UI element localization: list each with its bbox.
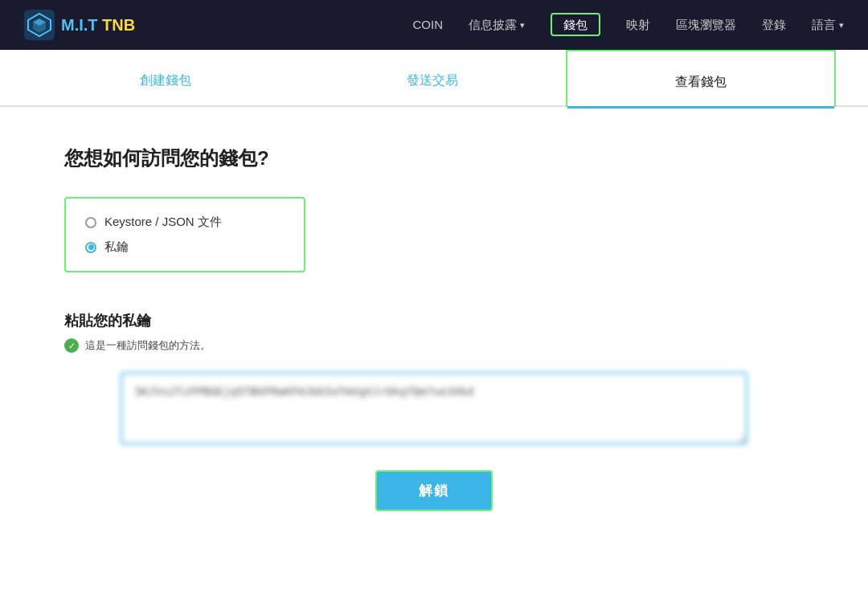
radio-private-key-label: 私鑰: [104, 240, 129, 255]
nav-menu: COIN 信息披露 錢包 映射 區塊瀏覽器 登錄 語言: [413, 18, 845, 33]
logo-icon: [24, 10, 55, 40]
pk-textarea[interactable]: <span class="pk-blurred">5KJVs2TzFPBGEjq…: [121, 372, 747, 444]
logo-area: M.I.T TNB: [24, 10, 135, 40]
main-content: 您想如何訪問您的錢包? Keystore / JSON 文件 私鑰 粘貼您的私鑰…: [0, 107, 868, 543]
notice-check-icon: [64, 338, 79, 353]
nav-language[interactable]: 語言: [812, 18, 844, 33]
unlock-btn-wrapper: 解鎖: [64, 470, 804, 511]
radio-keystore-circle[interactable]: [85, 217, 96, 228]
tab-create[interactable]: 創建錢包: [32, 50, 299, 105]
nav-info[interactable]: 信息披露: [469, 18, 525, 33]
logo-mit: M.I.T: [61, 16, 98, 35]
pk-input-wrapper: <span class="pk-blurred">5KJVs2TzFPBGEjq…: [64, 372, 804, 444]
pk-notice: 這是一種訪問錢包的方法。: [64, 338, 804, 353]
radio-keystore-label: Keystore / JSON 文件: [104, 215, 222, 230]
radio-private-key-circle[interactable]: [85, 242, 96, 253]
section-title: 您想如何訪問您的錢包?: [64, 145, 804, 171]
pk-section: 粘貼您的私鑰 這是一種訪問錢包的方法。 <span class="pk-blur…: [64, 311, 804, 444]
logo-tnb: TNB: [102, 16, 135, 35]
pk-title: 粘貼您的私鑰: [64, 311, 804, 330]
unlock-button[interactable]: 解鎖: [375, 470, 493, 511]
logo-text: M.I.T TNB: [61, 16, 135, 35]
radio-private-key[interactable]: 私鑰: [85, 240, 285, 255]
navbar: M.I.T TNB COIN 信息披露 錢包 映射 區塊瀏覽器 登錄 語言: [0, 0, 868, 50]
access-method-box: Keystore / JSON 文件 私鑰: [64, 197, 305, 272]
nav-map[interactable]: 映射: [626, 18, 650, 33]
tab-send[interactable]: 發送交易: [299, 50, 566, 105]
nav-login[interactable]: 登錄: [762, 18, 786, 33]
nav-coin[interactable]: COIN: [413, 18, 444, 32]
tab-view[interactable]: 查看錢包: [566, 50, 836, 107]
tabs-bar: 創建錢包 發送交易 查看錢包: [0, 50, 868, 107]
radio-keystore[interactable]: Keystore / JSON 文件: [85, 215, 285, 230]
notice-text: 這是一種訪問錢包的方法。: [85, 338, 211, 353]
nav-explorer[interactable]: 區塊瀏覽器: [676, 18, 736, 33]
nav-wallet[interactable]: 錢包: [551, 18, 600, 33]
